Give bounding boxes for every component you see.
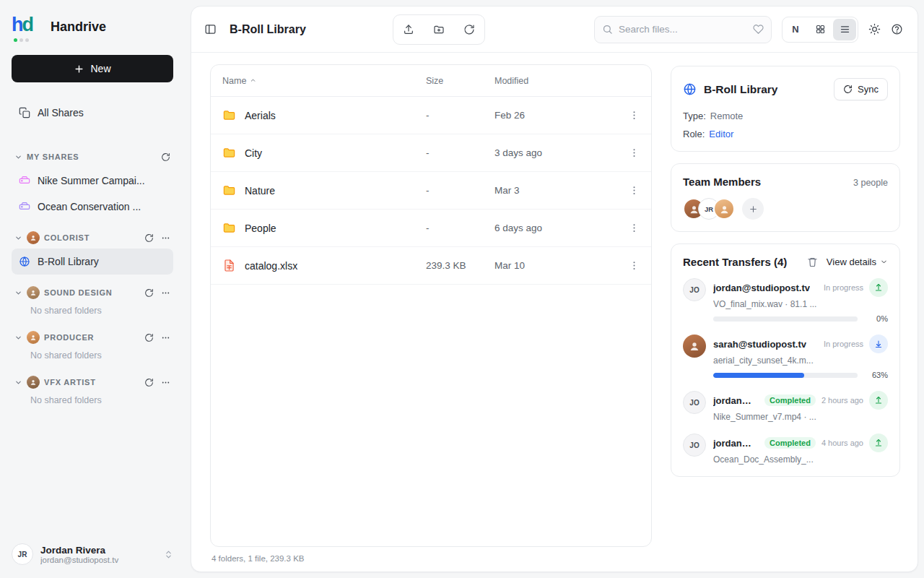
chevron-down-icon — [14, 234, 22, 242]
refresh-icon — [144, 378, 154, 387]
user-name: Jordan Rivera — [40, 545, 157, 556]
section-colorist[interactable]: COLORIST — [12, 227, 173, 249]
column-modified[interactable]: Modified — [494, 76, 614, 86]
team-avatars: JR — [683, 198, 888, 220]
search-bar — [594, 16, 772, 43]
completed-badge: Completed — [764, 394, 816, 406]
section-menu-button[interactable] — [161, 233, 170, 243]
transfer-user: jordan@st... — [713, 395, 759, 406]
recent-transfers-title: Recent Transfers (4) — [683, 256, 787, 268]
section-label: VFX ARTIST — [44, 378, 96, 387]
section-vfx-artist[interactable]: VFX ARTIST — [12, 371, 173, 393]
help-button[interactable] — [891, 23, 903, 35]
library-title: B-Roll Library — [704, 83, 777, 96]
file-name-cell: City — [222, 146, 426, 160]
upload-button[interactable] — [393, 15, 424, 44]
member-avatar[interactable] — [713, 198, 735, 220]
file-modified-cell: 6 days ago — [494, 223, 614, 233]
add-member-button[interactable] — [742, 198, 764, 220]
section-menu-button[interactable] — [161, 378, 170, 387]
refresh-icon — [144, 333, 154, 342]
table-row[interactable]: City - 3 days ago — [211, 134, 651, 172]
new-folder-button[interactable] — [424, 15, 454, 44]
column-name[interactable]: Name — [222, 76, 426, 86]
grid-view-button[interactable] — [808, 19, 832, 40]
team-members-title: Team Members — [683, 176, 761, 188]
transfer-user: jordan@st... — [713, 438, 759, 449]
plus-icon — [749, 204, 758, 214]
drive-icon — [19, 175, 30, 186]
file-modified-cell: Mar 10 — [494, 260, 614, 271]
refresh-button[interactable] — [454, 15, 484, 44]
sidebar-toggle-button[interactable] — [204, 23, 217, 35]
new-button[interactable]: New — [12, 55, 173, 82]
transfer-item[interactable]: JO jordan@st... Completed 2 hours ago Ni… — [683, 391, 888, 422]
colorist-avatar — [27, 231, 40, 244]
globe-icon — [19, 256, 30, 267]
section-sound-design[interactable]: SOUND DESIGN — [12, 282, 173, 303]
user-menu[interactable]: JR Jordan Rivera jordan@studiopost.tv — [12, 543, 173, 565]
file-size-cell: - — [426, 147, 494, 158]
sidebar-item-broll-library[interactable]: B-Roll Library — [12, 249, 173, 275]
sync-section-button[interactable] — [144, 333, 154, 342]
shares-icon — [19, 107, 30, 118]
list-view-button[interactable] — [833, 19, 856, 40]
column-size[interactable]: Size — [426, 76, 494, 86]
sync-section-button[interactable] — [144, 233, 154, 243]
table-row[interactable]: Aerials - Feb 26 — [211, 97, 651, 134]
search-icon — [602, 24, 613, 35]
transfer-status: In progress — [824, 340, 863, 348]
table-row[interactable]: People - 6 days ago — [211, 210, 651, 247]
heart-icon — [753, 24, 764, 35]
file-name-cell: People — [222, 221, 426, 235]
sort-asc-icon — [250, 77, 256, 84]
transfer-filename: VO_final_mix.wav · 81.1 ... — [713, 299, 888, 309]
transfer-avatar: JO — [683, 278, 706, 301]
theme-toggle-button[interactable] — [868, 23, 881, 35]
sync-button[interactable]: Sync — [834, 78, 888, 100]
row-menu-button[interactable] — [614, 260, 640, 271]
library-role-value: Editor — [709, 129, 733, 139]
n-view-button[interactable]: N — [784, 19, 807, 40]
sync-button-label: Sync — [858, 84, 879, 95]
sidebar-item-label: B-Roll Library — [38, 256, 99, 267]
page-title: B-Roll Library — [230, 23, 306, 36]
transfer-item[interactable]: JO jordan@studiopost.tv In progress VO_f… — [683, 278, 888, 323]
sound-design-avatar — [27, 286, 40, 299]
table-row[interactable]: catalog.xlsx 239.3 KB Mar 10 — [211, 247, 651, 285]
section-label: PRODUCER — [44, 333, 94, 342]
transfer-item[interactable]: sarah@studiopost.tv In progress aerial_c… — [683, 335, 888, 379]
upload-icon — [403, 24, 414, 35]
row-menu-button[interactable] — [614, 110, 640, 121]
sync-section-button[interactable] — [144, 378, 154, 387]
library-type-value: Remote — [710, 111, 744, 121]
trash-icon — [807, 256, 818, 267]
row-menu-button[interactable] — [614, 185, 640, 196]
section-menu-button[interactable] — [161, 288, 170, 298]
sidebar-item-ocean-share[interactable]: Ocean Conservation ... — [12, 194, 173, 220]
search-input[interactable] — [619, 24, 747, 35]
upload-icon — [869, 434, 888, 452]
row-menu-button[interactable] — [614, 147, 640, 158]
chevron-down-icon — [880, 258, 888, 266]
folder-icon — [222, 108, 236, 122]
clear-transfers-button[interactable] — [807, 256, 818, 267]
file-size-cell: - — [426, 110, 494, 121]
row-menu-button[interactable] — [614, 223, 640, 233]
view-details-button[interactable]: View details — [827, 256, 888, 267]
user-avatar: JR — [12, 543, 33, 565]
empty-section-note: No shared folders — [12, 303, 173, 319]
table-row[interactable]: Nature - Mar 3 — [211, 172, 651, 210]
section-my-shares[interactable]: MY SHARES — [12, 146, 173, 168]
transfer-item[interactable]: JO jordan@st... Completed 4 hours ago Oc… — [683, 434, 888, 465]
sync-section-button[interactable] — [144, 288, 154, 298]
sidebar-item-nike-share[interactable]: Nike Summer Campai... — [12, 168, 173, 194]
favorite-search-button[interactable] — [753, 24, 764, 35]
logo-text: hd — [12, 14, 32, 35]
sync-section-button[interactable] — [161, 152, 170, 162]
section-menu-button[interactable] — [161, 333, 170, 342]
section-producer[interactable]: PRODUCER — [12, 327, 173, 348]
chevron-down-icon — [14, 334, 22, 342]
sidebar-item-all-shares[interactable]: All Shares — [12, 100, 173, 126]
app-name: Handrive — [51, 20, 106, 35]
